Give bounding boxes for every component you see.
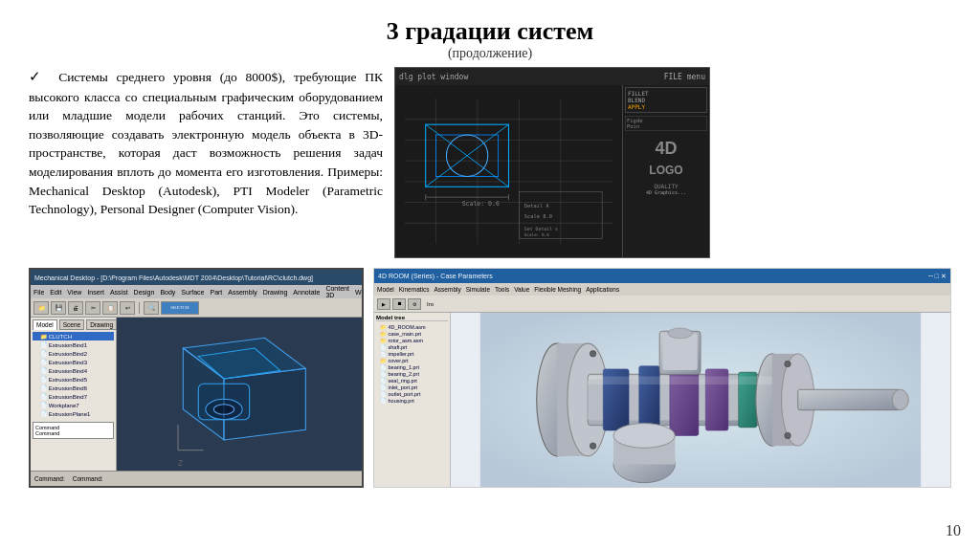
- catia-menu-kin[interactable]: Kinematics: [399, 286, 430, 293]
- svg-point-53: [613, 424, 675, 449]
- catia-menu-flex[interactable]: Flexible Meshing: [534, 286, 581, 293]
- catia-tree-item-11[interactable]: 📄 outlet_port.prt: [376, 390, 448, 397]
- svg-point-59: [892, 389, 908, 409]
- cad-panel-controls: FILLET BLEND APPLY: [625, 87, 707, 113]
- mdt-sidebar: Model Scene Drawing 📁 CLUTCH 📄 Extrusion…: [31, 318, 117, 471]
- content-area: ✓ Системы среднего уровня (до 8000$), тр…: [29, 67, 951, 258]
- catia-tree-item-1[interactable]: 📁 4D_ROOM.asm: [376, 323, 448, 330]
- mdt-menubar: File Edit View Insert Assist Design Body…: [31, 285, 362, 298]
- tab-scene[interactable]: Scene: [59, 319, 84, 330]
- catia-tree-item-10[interactable]: 📄 inlet_port.prt: [376, 384, 448, 390]
- catia-toolbar: ▶ ⏹ ⚙ Iro: [374, 296, 950, 313]
- menu-assist[interactable]: Assist: [110, 289, 128, 296]
- toolbar-btn-1[interactable]: 📁: [33, 301, 49, 315]
- cad-panel-info: Figde Poin: [625, 116, 707, 131]
- catia-menu-model[interactable]: Model: [377, 286, 394, 293]
- catia-menu-sim[interactable]: Simulate: [466, 286, 490, 293]
- svg-point-30: [213, 405, 234, 415]
- menu-drawing[interactable]: Drawing: [263, 289, 288, 296]
- tree-item-wp[interactable]: 📄 Workplane7: [33, 401, 114, 409]
- catia-tb-btn-1[interactable]: ▶: [377, 298, 390, 310]
- body-text-content: Системы среднего уровня (до 8000$), треб…: [29, 70, 383, 216]
- mdt-titlebar: Mechanical Desktop - [D:\Program Files\A…: [31, 270, 362, 285]
- catia-menu-apps[interactable]: Applications: [586, 286, 619, 293]
- catia-menubar: Model Kinematics Assembly Simulate Tools…: [374, 283, 950, 296]
- catia-menu-tools[interactable]: Tools: [495, 286, 509, 293]
- bottom-images: Mechanical Desktop - [D:\Program Files\A…: [29, 268, 951, 488]
- svg-rect-58: [798, 389, 901, 409]
- svg-point-54: [590, 351, 595, 357]
- mdt-screenshot: Mechanical Desktop - [D:\Program Files\A…: [29, 268, 364, 488]
- catia-tree-item-5[interactable]: 📄 impeller.prt: [376, 350, 448, 357]
- 4d-logo: 4DLOGO: [625, 139, 707, 179]
- menu-part[interactable]: Part: [210, 289, 222, 296]
- menu-window[interactable]: Window: [355, 289, 364, 296]
- body-paragraph: ✓ Системы среднего уровня (до 8000$), тр…: [29, 67, 383, 219]
- cad-screen: dlg plot window FILE menu: [395, 68, 709, 257]
- tree-item-3[interactable]: 📄 ExtrusionBind3: [33, 358, 114, 366]
- menu-design[interactable]: Design: [134, 289, 155, 296]
- menu-file[interactable]: File: [33, 289, 44, 296]
- menu-body[interactable]: Body: [160, 289, 175, 296]
- tree-item-4[interactable]: 📄 ExtrusionBind4: [33, 366, 114, 375]
- catia-tree-item-8[interactable]: 📄 bearing_2.prt: [376, 370, 448, 377]
- svg-text:Set Detail s: Set Detail s: [524, 226, 558, 231]
- svg-rect-49: [662, 333, 697, 370]
- mdt-body: Model Scene Drawing 📁 CLUTCH 📄 Extrusion…: [31, 318, 362, 471]
- catia-tree-item-12[interactable]: 📄 housing.prt: [376, 397, 448, 404]
- menu-view[interactable]: View: [67, 289, 81, 296]
- catia-tb-btn-3[interactable]: ⚙: [408, 298, 421, 310]
- svg-point-56: [785, 361, 791, 366]
- toolbar-btn-7[interactable]: 🔍: [144, 301, 159, 315]
- tree-item-6[interactable]: 📄 ExtrusionBind6: [33, 384, 114, 392]
- catia-label-ironment: Iro: [427, 301, 434, 307]
- tab-model[interactable]: Model: [33, 319, 57, 330]
- tree-item-8[interactable]: 📄 ExtrusionPlane1: [33, 409, 114, 418]
- left-text: ✓ Системы среднего уровня (до 8000$), тр…: [29, 67, 383, 258]
- tree-item-2[interactable]: 📄 ExtrusionBind2: [33, 349, 114, 358]
- catia-tree-item-3[interactable]: 📁 rotor_asm.asm: [376, 337, 448, 343]
- title-block: 3 градации систем (продолжение): [29, 17, 951, 61]
- toolbar-btn-6[interactable]: ↩: [120, 301, 135, 315]
- status-command2: Command:: [73, 475, 103, 482]
- catia-tree-item-6[interactable]: 📁 cover.prt: [376, 357, 448, 363]
- svg-point-57: [785, 432, 791, 438]
- catia-menu-value[interactable]: Value: [514, 286, 529, 293]
- toolbar-divider: [139, 302, 140, 314]
- toolbar-btn-4[interactable]: ✂: [85, 301, 100, 315]
- tree-item-5[interactable]: 📄 ExtrusionBind5: [33, 375, 114, 384]
- menu-annotate[interactable]: Annotate: [293, 289, 320, 296]
- toolbar-btn-sketch[interactable]: SKETCH: [161, 301, 199, 315]
- tree-item-1[interactable]: 📄 ExtrusionBind1: [33, 340, 114, 349]
- tree-item-7[interactable]: 📄 ExtrusionBind7: [33, 392, 114, 401]
- catia-menu-asm[interactable]: Assembly: [434, 286, 461, 293]
- toolbar-btn-3[interactable]: 🖨: [68, 301, 83, 315]
- catia-tree-item-2[interactable]: 📁 case_main.prt: [376, 330, 448, 337]
- menu-surface[interactable]: Surface: [181, 289, 204, 296]
- catia-viewport: [451, 313, 950, 487]
- menu-assembly[interactable]: Assembly: [228, 289, 256, 296]
- catia-tree-item-9[interactable]: 📄 seal_ring.prt: [376, 377, 448, 384]
- toolbar-btn-2[interactable]: 💾: [51, 301, 66, 315]
- catia-tree-item-7[interactable]: 📄 bearing_1.prt: [376, 363, 448, 370]
- checkmark-icon: ✓: [29, 69, 46, 84]
- top-right-cad-image: dlg plot window FILE menu: [394, 67, 710, 258]
- cad-main-view: Scale: 0.6 Detail A Scale 8.0 Set Detail…: [395, 85, 623, 257]
- tab-drawing[interactable]: Drawing: [86, 319, 117, 330]
- mdt-title: Mechanical Desktop - [D:\Program Files\A…: [34, 274, 313, 281]
- cad-toolbar: dlg plot window FILE menu: [395, 68, 709, 85]
- toolbar-btn-5[interactable]: 📋: [102, 301, 118, 315]
- svg-text:Detail A: Detail A: [524, 203, 550, 209]
- mdt-status-bar: Command: Command:: [31, 471, 362, 486]
- menu-content3d[interactable]: Content 3D: [325, 285, 349, 298]
- cad-drawing: Scale: 0.6 Detail A Scale 8.0 Set Detail…: [405, 95, 612, 248]
- menu-insert[interactable]: Insert: [87, 289, 104, 296]
- svg-text:Scale 8.0: Scale 8.0: [524, 213, 552, 219]
- cad-content: Scale: 0.6 Detail A Scale 8.0 Set Detail…: [395, 85, 709, 257]
- menu-edit[interactable]: Edit: [50, 289, 61, 296]
- tree-item-clutch[interactable]: 📁 CLUTCH: [33, 332, 114, 340]
- cad-bottom-label: 4D Graphics...: [625, 189, 707, 195]
- catia-tb-btn-2[interactable]: ⏹: [392, 298, 406, 310]
- svg-point-50: [668, 328, 693, 339]
- catia-tree-item-4[interactable]: 📄 shaft.prt: [376, 343, 448, 350]
